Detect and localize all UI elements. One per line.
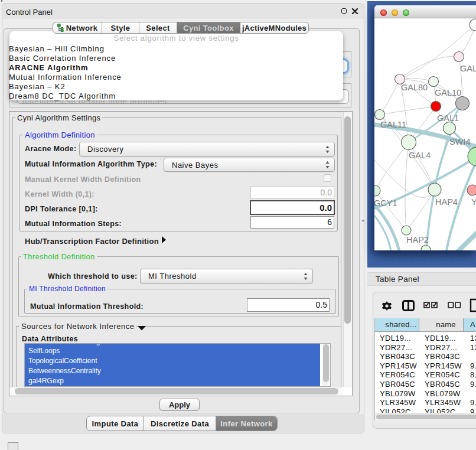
- svg-text:GAL4: GAL4: [409, 151, 431, 160]
- svg-text:GCY1: GCY1: [374, 198, 397, 208]
- svg-text:Y: Y: [471, 197, 476, 207]
- svg-text:GAL80: GAL80: [401, 83, 428, 92]
- svg-text:HAP4: HAP4: [435, 197, 458, 207]
- svg-text:GAL: GAL: [460, 64, 476, 73]
- svg-text:GAL11: GAL11: [380, 120, 406, 129]
- svg-text:GAL10: GAL10: [435, 88, 461, 97]
- svg-text:GAL1: GAL1: [437, 113, 459, 123]
- svg-text:SWI4: SWI4: [449, 137, 470, 146]
- svg-text:HAP2: HAP2: [406, 235, 429, 244]
